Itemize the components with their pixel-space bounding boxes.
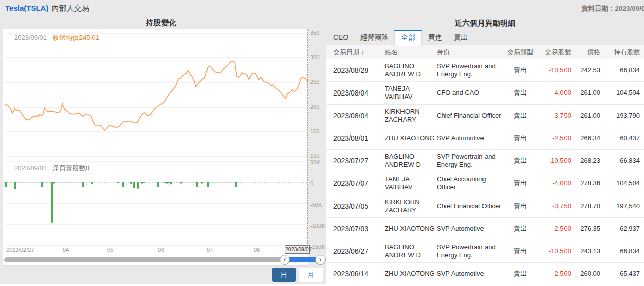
table-row[interactable]: 2023/06/27BAGLINO ANDREW DSVP Powertrain… — [326, 240, 644, 263]
table-row[interactable]: 2023/07/05KIRKHORN ZACHARYChief Financia… — [326, 195, 644, 218]
cell-title: Chief Financial Officer — [437, 112, 505, 120]
table-row[interactable]: 2023/07/07TANEJA VAIBHAVChief Accounting… — [326, 172, 644, 195]
volume-bar — [122, 182, 124, 187]
tab-賣出[interactable]: 賣出 — [448, 30, 474, 45]
column-header-4: 交易類型 — [505, 48, 536, 57]
range-day-button[interactable]: 日 — [272, 268, 296, 282]
price-axis-label: 100 — [310, 153, 328, 159]
cell-shares: -3,750 — [536, 202, 571, 210]
price-hover-date: 2023/09/01 — [14, 34, 47, 41]
table-row[interactable]: 2023/08/04KIRKHORN ZACHARYChief Financia… — [326, 105, 644, 127]
volume-axis-label: 50K — [310, 159, 328, 165]
scrollbar-left-arrow-button[interactable]: ‹ — [280, 255, 290, 265]
navigator-scrollbar-thumb[interactable] — [289, 257, 316, 262]
table-row[interactable]: 2023/08/04TANEJA VAIBHAVCFO and CAO賣出-4,… — [326, 82, 644, 105]
cell-date: 2023/07/05 — [333, 202, 385, 210]
column-header-6: 價格 — [571, 48, 600, 57]
cell-price: 242.53 — [571, 66, 600, 74]
cell-price: 261.00 — [571, 89, 600, 97]
cell-date: 2023/08/01 — [333, 134, 385, 142]
x-cursor-tooltip: 2023/09/01 — [285, 245, 310, 254]
page-title: 內部人交易 — [51, 4, 89, 12]
ticker-label[interactable]: Tesla(TSLA) — [5, 4, 48, 12]
cell-price: 261.00 — [571, 112, 600, 120]
volume-hover-label: 淨買賣股數 — [53, 164, 86, 172]
cell-name: ZHU XIAOTONG — [385, 134, 437, 142]
cell-shares: -4,000 — [536, 89, 571, 97]
cell-holding: 104,504 — [600, 179, 640, 187]
x-axis-label: 05 — [88, 247, 133, 253]
volume-bar — [82, 182, 84, 187]
table-body: 2023/08/28BAGLINO ANDREW DSVP Powertrain… — [326, 59, 644, 286]
cell-price: 260.00 — [571, 270, 600, 278]
tab-經營團隊[interactable]: 經營團隊 — [354, 30, 394, 45]
navigator-scrollbar-track[interactable] — [4, 257, 321, 262]
cell-price: 243.13 — [571, 247, 600, 255]
column-header-2: 姓名 — [385, 48, 437, 57]
cell-name: ZHU XIAOTONG — [385, 270, 437, 278]
cell-holding: 60,437 — [600, 134, 640, 142]
price-line-series — [5, 61, 308, 130]
volume-axis-label: -50K — [310, 202, 328, 208]
ticker-link[interactable]: Tesla(TSLA)內部人交易 — [5, 4, 89, 13]
column-header-7: 持有股數 — [600, 48, 640, 57]
chart-title: 持股變化 — [0, 18, 322, 28]
cell-name: BAGLINO ANDREW D — [385, 243, 437, 259]
table-row[interactable]: 2023/07/27BAGLINO ANDREW DSVP Powertrain… — [326, 150, 644, 172]
column-header-5: 交易股數 — [536, 48, 571, 57]
price-hover-label: 收盤均價 — [53, 34, 79, 41]
cell-type: 賣出 — [505, 157, 536, 165]
cell-date: 2023/08/04 — [333, 112, 385, 120]
volume-bar — [133, 182, 135, 188]
volume-hover-value: 0 — [86, 164, 89, 172]
column-header-1[interactable]: 交易日期↓ — [333, 48, 385, 57]
tab-全部[interactable]: 全部 — [394, 30, 422, 46]
volume-axis-label: -100K — [310, 223, 328, 229]
tab-CEO[interactable]: CEO — [327, 30, 354, 45]
volume-bar — [117, 182, 119, 183]
tab-買進[interactable]: 買進 — [422, 30, 448, 45]
cell-shares: -4,000 — [536, 179, 571, 187]
price-axis-label: 200 — [310, 104, 328, 110]
cell-title: SVP Powertrain and Energy Eng. — [437, 62, 505, 78]
table-row[interactable]: 2023/08/01ZHU XIAOTONGSVP Automotive賣出-2… — [326, 127, 644, 150]
cell-holding: 66,834 — [600, 247, 640, 255]
cell-name: TANEJA VAIBHAV — [385, 175, 437, 192]
table-row[interactable]: 2023/08/28BAGLINO ANDREW DSVP Powertrain… — [326, 59, 644, 82]
volume-hover-readout: 2023/09/01淨買賣股數0 — [14, 164, 89, 173]
detail-panel-title: 近六個月異動明細 — [326, 19, 644, 28]
cell-type: 賣出 — [505, 112, 536, 120]
x-axis-label: 08 — [234, 247, 279, 253]
volume-bar — [41, 182, 43, 187]
table-row[interactable]: 2023/07/03ZHU XIAOTONGSVP Automotive賣出-2… — [326, 218, 644, 240]
cell-title: Chief Financial Officer — [437, 202, 505, 210]
volume-bar — [164, 182, 166, 183]
cell-date: 2023/06/14 — [333, 270, 385, 278]
volume-bar — [53, 182, 55, 184]
cell-type: 賣出 — [505, 225, 536, 233]
cell-title: Chief Accounting Officer — [437, 175, 505, 192]
scrollbar-right-arrow-button[interactable]: › — [315, 255, 326, 265]
range-month-button[interactable]: 月 — [299, 268, 323, 282]
cell-name: TANEJA VAIBHAV — [385, 85, 437, 101]
cell-type: 賣出 — [505, 247, 536, 255]
x-axis-label: 2023/02/27 — [0, 247, 43, 253]
table-row[interactable]: 2023/06/14ZHU XIAOTONGSVP Automotive賣出-2… — [326, 263, 644, 285]
sort-desc-icon[interactable]: ↓ — [361, 48, 364, 56]
volume-bar — [235, 182, 237, 187]
cell-shares: -2,500 — [536, 134, 571, 142]
price-hover-value: 245.01 — [79, 34, 99, 41]
cell-shares: -3,750 — [536, 112, 571, 120]
cell-holding: 66,834 — [600, 157, 640, 165]
cell-date: 2023/07/27 — [333, 157, 385, 165]
volume-bar — [137, 182, 139, 189]
cell-holding: 197,540 — [600, 202, 640, 210]
cell-title: CFO and CAO — [437, 89, 505, 97]
cell-holding: 104,504 — [600, 89, 640, 97]
cell-title: SVP Automotive — [437, 225, 505, 233]
price-line-chart[interactable] — [3, 29, 308, 160]
volume-hover-date: 2023/09/01 — [14, 164, 47, 172]
volume-bar — [201, 182, 203, 184]
cell-name: ZHU XIAOTONG — [385, 225, 437, 233]
cell-title: SVP Powertrain and Energy Eng. — [437, 153, 505, 169]
